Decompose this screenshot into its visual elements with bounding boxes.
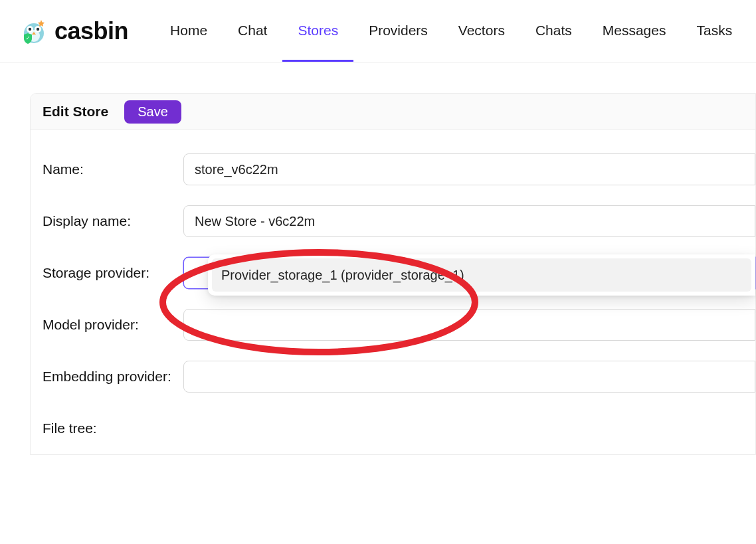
svg-point-5 xyxy=(37,28,39,31)
nav-chat[interactable]: Chat xyxy=(223,1,282,62)
model-provider-select[interactable] xyxy=(183,309,755,341)
row-file-tree: File tree: xyxy=(43,403,755,454)
label-name: Name: xyxy=(43,161,183,177)
brand[interactable]: ✓ casbin xyxy=(20,17,128,45)
edit-store-card: Edit Store Save Name: Display name: Stor… xyxy=(30,93,756,455)
nav-messages[interactable]: Messages xyxy=(587,1,682,62)
row-embedding-provider: Embedding provider: xyxy=(43,351,755,403)
nav-providers[interactable]: Providers xyxy=(353,1,443,62)
nav-stores[interactable]: Stores xyxy=(282,1,353,62)
nav-home[interactable]: Home xyxy=(155,1,223,62)
dropdown-option-provider-storage-1[interactable]: Provider_storage_1 (provider_storage_1) xyxy=(212,258,751,292)
label-file-tree: File tree: xyxy=(43,420,183,436)
nav-links: Home Chat Stores Providers Vectors Chats… xyxy=(155,1,756,62)
card-header: Edit Store Save xyxy=(31,94,755,130)
embedding-provider-select[interactable] xyxy=(183,361,755,393)
name-input[interactable] xyxy=(183,153,755,185)
row-model-provider: Model provider: xyxy=(43,299,755,351)
label-display-name: Display name: xyxy=(43,213,183,229)
nav-chats[interactable]: Chats xyxy=(520,1,587,62)
save-button[interactable]: Save xyxy=(124,100,181,124)
brand-name: casbin xyxy=(54,17,128,45)
casbin-logo-icon: ✓ xyxy=(20,17,48,45)
storage-provider-dropdown: Provider_storage_1 (provider_storage_1) xyxy=(208,254,755,296)
label-model-provider: Model provider: xyxy=(43,317,183,333)
top-nav: ✓ casbin Home Chat Stores Providers Vect… xyxy=(0,0,756,63)
svg-text:✓: ✓ xyxy=(26,35,31,41)
row-display-name: Display name: xyxy=(43,195,755,247)
nav-vectors[interactable]: Vectors xyxy=(443,1,520,62)
label-storage-provider: Storage provider: xyxy=(43,265,183,281)
row-name: Name: xyxy=(43,143,755,195)
svg-point-4 xyxy=(29,28,31,31)
label-embedding-provider: Embedding provider: xyxy=(43,369,183,385)
nav-tasks[interactable]: Tasks xyxy=(681,1,747,62)
card-title: Edit Store xyxy=(43,104,108,120)
nav-more-cut[interactable]: R xyxy=(747,1,756,62)
display-name-input[interactable] xyxy=(183,205,755,237)
